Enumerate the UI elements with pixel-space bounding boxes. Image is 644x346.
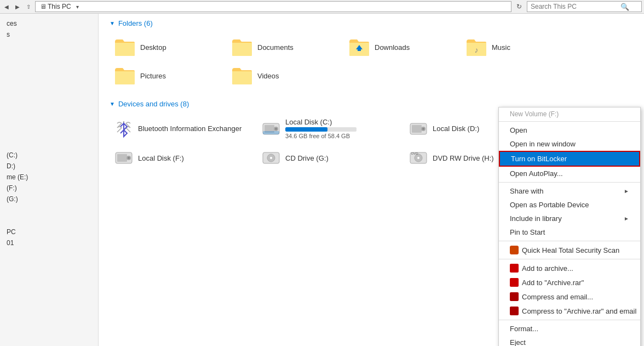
svg-point-7 (275, 128, 277, 130)
folder-desktop[interactable]: Desktop (110, 34, 225, 60)
folder-music-icon: ♪ (465, 37, 487, 57)
svg-text:♪: ♪ (475, 46, 479, 54)
drives-section-title: Devices and drives (8) (118, 100, 189, 108)
folder-videos[interactable]: Videos (227, 63, 342, 89)
ctx-compress-email-label: Compress and email... (522, 293, 593, 301)
ctx-share-with[interactable]: Share with ► (499, 184, 640, 198)
folder-downloads-label: Downloads (375, 43, 410, 52)
ctx-sep-4 (499, 320, 640, 320)
sidebar-item-g[interactable]: (G:) (0, 194, 98, 205)
drives-collapse-arrow[interactable]: ▼ (110, 101, 115, 107)
ctx-open[interactable]: Open (499, 123, 640, 137)
folders-section-title: Folders (6) (118, 19, 153, 27)
sidebar-item-f[interactable]: (F:) (0, 183, 98, 194)
search-bar[interactable]: 🔍 (527, 1, 642, 12)
ctx-add-archive-inner: Add to archive... (510, 264, 573, 273)
folder-pictures-icon (114, 66, 136, 86)
ctx-include-library-arrow: ► (624, 215, 629, 222)
sidebar: ces s (C:) D:) me (E:) (F:) (G:) PC 01 (0, 14, 99, 346)
svg-rect-10 (412, 125, 422, 133)
ctx-format[interactable]: Format... (499, 322, 640, 336)
drive-c-size: 34.6 GB free of 58.4 GB (285, 133, 357, 139)
pc-icon: 🖥 (39, 2, 48, 11)
folder-pictures-label: Pictures (140, 72, 166, 80)
archive-rar-icon (510, 278, 519, 287)
folder-documents[interactable]: Documents (227, 34, 342, 60)
svg-rect-1 (358, 49, 361, 51)
folder-pictures[interactable]: Pictures (110, 63, 225, 89)
ctx-quick-heal-inner: Quick Heal Total Security Scan (510, 246, 619, 254)
ctx-include-library[interactable]: Include in library ► (499, 212, 640, 225)
chevron-down-icon: ▾ (73, 2, 82, 11)
ctx-quick-heal[interactable]: Quick Heal Total Security Scan (499, 243, 640, 257)
sidebar-item-s[interactable]: s (0, 29, 98, 40)
ctx-share-with-arrow: ► (624, 188, 629, 194)
search-input[interactable] (531, 3, 618, 10)
bluetooth-icon (114, 119, 134, 139)
ctx-sep-0 (499, 121, 640, 122)
ctx-open-autoplay[interactable]: Open AutoPlay... (499, 167, 640, 180)
sidebar-item-c[interactable]: (C:) (0, 150, 98, 161)
ctx-eject-label: Eject (510, 338, 526, 346)
drive-g[interactable]: CD Drive (G:) (257, 145, 402, 171)
ctx-add-archive-rar[interactable]: Add to "Archive.rar" (499, 275, 640, 290)
ctx-quick-heal-label: Quick Heal Total Security Scan (522, 246, 619, 254)
ctx-open-portable[interactable]: Open as Portable Device (499, 198, 640, 212)
drive-f[interactable]: Local Disk (F:) (110, 145, 255, 171)
ctx-pin-start-label: Pin to Start (510, 228, 545, 236)
drive-bluetooth[interactable]: Bluetooth Information Exchanger (110, 115, 255, 143)
svg-point-16 (128, 157, 130, 159)
svg-point-12 (422, 128, 424, 130)
ctx-sep-2 (499, 241, 640, 241)
ctx-turn-on-bitlocker-label: Turn on BitLocker (511, 155, 567, 163)
back-icon[interactable]: ◀ (2, 2, 11, 11)
ctx-compress-rar-email-label: Compress to "Archive.rar" and email (522, 307, 636, 315)
ctx-compress-email-inner: Compress and email... (510, 292, 593, 301)
folder-desktop-icon (114, 37, 136, 57)
ctx-pin-start[interactable]: Pin to Start (499, 225, 640, 239)
hdd-c-icon (261, 119, 281, 139)
compress-rar-email-icon (510, 307, 519, 315)
drive-f-info: Local Disk (F:) (138, 154, 184, 162)
dvd-h-icon: DVD (409, 148, 428, 168)
hdd-d-icon (409, 119, 428, 139)
ctx-open-label: Open (510, 126, 527, 134)
ctx-compress-email[interactable]: Compress and email... (499, 290, 640, 304)
folder-downloads[interactable]: Downloads (344, 34, 459, 60)
svg-rect-14 (117, 154, 127, 162)
address-bar[interactable]: 🖥 This PC ▾ (35, 1, 511, 12)
ctx-open-new-window[interactable]: Open in new window (499, 137, 640, 151)
ctx-eject[interactable]: Eject (499, 336, 640, 346)
folder-music-label: Music (492, 43, 510, 52)
drive-c-bar (285, 127, 357, 132)
drive-d-name: Local Disk (D:) (433, 124, 479, 133)
ctx-sep-1 (499, 182, 640, 183)
folders-collapse-arrow[interactable]: ▼ (110, 20, 115, 26)
drive-h-name: DVD RW Drive (H:) (433, 154, 494, 162)
sidebar-item-01[interactable]: 01 (0, 237, 98, 248)
hdd-f-icon (114, 148, 134, 168)
folder-music[interactable]: ♪ Music (461, 34, 576, 60)
ctx-add-archive-rar-label: Add to "Archive.rar" (522, 279, 584, 287)
ctx-open-autoplay-label: Open AutoPlay... (510, 169, 563, 178)
sidebar-item-d[interactable]: D:) (0, 161, 98, 172)
ctx-turn-on-bitlocker[interactable]: Turn on BitLocker (499, 151, 640, 167)
sidebar-item-e[interactable]: me (E:) (0, 172, 98, 183)
breadcrumb: This PC (48, 3, 71, 10)
ctx-open-portable-label: Open as Portable Device (510, 201, 589, 209)
compress-email-icon (510, 292, 519, 301)
ctx-add-archive[interactable]: Add to archive... (499, 261, 640, 275)
svg-text:DVD: DVD (411, 152, 418, 155)
up-icon[interactable]: ⇧ (24, 2, 33, 11)
sidebar-item-ces[interactable]: ces (0, 18, 98, 29)
folders-grid: Desktop Documents (110, 34, 633, 89)
drive-c[interactable]: Local Disk (C:) 34.6 GB free of 58.4 GB (257, 115, 402, 143)
ctx-sep-3 (499, 259, 640, 259)
svg-point-19 (270, 157, 272, 159)
svg-point-22 (417, 157, 419, 159)
refresh-button[interactable]: ↻ (514, 1, 525, 12)
ctx-compress-rar-email[interactable]: Compress to "Archive.rar" and email (499, 304, 640, 318)
drive-c-bar-fill (285, 127, 327, 132)
forward-icon[interactable]: ▶ (13, 2, 22, 11)
sidebar-item-pc[interactable]: PC (0, 226, 98, 237)
